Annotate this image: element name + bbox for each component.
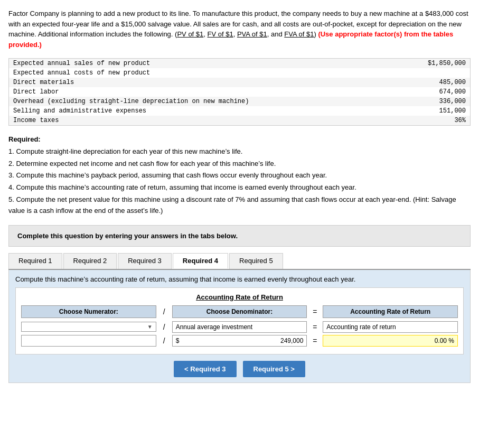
tab-content-area: Compute this machine’s accounting rate o… xyxy=(8,270,471,383)
denominator-value: 249,000 xyxy=(181,337,303,344)
numerator-header: Choose Numerator: xyxy=(21,305,156,318)
value-direct-labor: 674,000 xyxy=(396,87,470,97)
label-sales: Expected annual sales of new product xyxy=(9,59,397,69)
label-selling: Selling and administrative expenses xyxy=(9,106,397,116)
label-overhead: Overhead (excluding straight-line deprec… xyxy=(9,97,397,106)
equals-header: = xyxy=(307,307,323,316)
value-taxes: 36% xyxy=(396,116,470,126)
tab-required-4[interactable]: Required 4 xyxy=(173,253,228,269)
requirements-section: Required: 1. Compute straight-line depre… xyxy=(8,134,471,217)
tabs-container: Required 1 Required 2 Required 3 Require… xyxy=(8,253,471,270)
result-value[interactable]: 0.00 % xyxy=(323,335,458,347)
label-direct-materials: Direct materials xyxy=(9,78,397,87)
financial-data-table: Expected annual sales of new product $1,… xyxy=(8,58,471,126)
fva-link[interactable]: FVA of $1 xyxy=(284,30,314,38)
pv-link[interactable]: PV of $1 xyxy=(177,30,203,38)
req-item-4: 4. Compute this machine’s accounting rat… xyxy=(8,182,471,193)
table-row: Selling and administrative expenses 151,… xyxy=(9,106,471,116)
equals-row2: = xyxy=(307,337,323,345)
table-row: Income taxes 36% xyxy=(9,116,471,126)
tab-required-5[interactable]: Required 5 xyxy=(229,253,283,269)
nav-buttons: < Required 3 Required 5 > xyxy=(15,361,464,377)
intro-paragraph: Factor Company is planning to add a new … xyxy=(8,8,471,50)
value-overhead: 336,000 xyxy=(396,97,470,106)
value-sales: $1,850,000 xyxy=(396,59,470,69)
slash-row1: / xyxy=(156,323,172,331)
table-row: Direct materials 485,000 xyxy=(9,78,471,87)
table-row: Direct labor 674,000 xyxy=(9,87,471,97)
complete-instruction-text: Complete this question by entering your … xyxy=(17,232,238,240)
table-row: Overhead (excluding straight-line deprec… xyxy=(9,97,471,106)
requirements-heading: Required: xyxy=(8,135,41,143)
result-label-row1: Accounting rate of return xyxy=(323,321,458,333)
result-percent: 0.00 % xyxy=(435,337,454,344)
req-item-1: 1. Compute straight-line depreciation fo… xyxy=(8,146,471,157)
label-direct-labor: Direct labor xyxy=(9,87,397,97)
denominator-dropdown: Annual average investment xyxy=(172,321,307,333)
value-direct-materials: 485,000 xyxy=(396,78,470,87)
dollar-sign: $ xyxy=(176,337,180,344)
tab-required-3[interactable]: Required 3 xyxy=(118,253,172,269)
result-header: Accounting Rate of Return xyxy=(323,305,458,318)
slash-row2: / xyxy=(156,337,172,345)
pva-link[interactable]: PVA of $1 xyxy=(237,30,267,38)
req-item-5: 5. Compute the net present value for thi… xyxy=(8,194,471,217)
accounting-value-row-2: / $ 249,000 = 0.00 % xyxy=(21,335,458,347)
value-selling: 151,000 xyxy=(396,106,470,116)
numerator-input[interactable] xyxy=(25,337,153,344)
accounting-data-row-1: ▼ / Annual average investment = Accounti… xyxy=(21,321,458,333)
slash-header: / xyxy=(156,307,172,316)
numerator-input-container[interactable] xyxy=(21,335,156,347)
numerator-dropdown-arrow[interactable]: ▼ xyxy=(147,324,153,330)
label-taxes: Income taxes xyxy=(9,116,397,126)
accounting-rate-table: Accounting Rate of Return Choose Numerat… xyxy=(15,287,464,354)
accounting-header-row: Choose Numerator: / Choose Denominator: … xyxy=(21,305,458,318)
tab-description: Compute this machine’s accounting rate o… xyxy=(15,275,464,283)
equals-row1: = xyxy=(307,323,323,331)
table-row: Expected annual costs of new product xyxy=(9,68,471,78)
table-row: Expected annual sales of new product $1,… xyxy=(9,59,471,69)
accounting-table-title: Accounting Rate of Return xyxy=(21,293,458,301)
tab-required-2[interactable]: Required 2 xyxy=(63,253,117,269)
denominator-header: Choose Denominator: xyxy=(172,305,307,318)
req-item-2: 2. Determine expected net income and net… xyxy=(8,158,471,170)
value-costs xyxy=(396,68,470,78)
next-button[interactable]: Required 5 > xyxy=(243,361,305,377)
fv-link[interactable]: FV of $1 xyxy=(208,30,233,38)
req-item-3: 3. Compute this machine’s payback period… xyxy=(8,170,471,181)
tab-required-1[interactable]: Required 1 xyxy=(8,253,62,269)
numerator-dropdown-container[interactable]: ▼ xyxy=(21,322,156,332)
prev-button[interactable]: < Required 3 xyxy=(174,361,236,377)
denominator-value-container: $ 249,000 xyxy=(172,335,307,347)
complete-instruction-box: Complete this question by entering your … xyxy=(8,225,471,247)
label-costs: Expected annual costs of new product xyxy=(9,68,397,78)
